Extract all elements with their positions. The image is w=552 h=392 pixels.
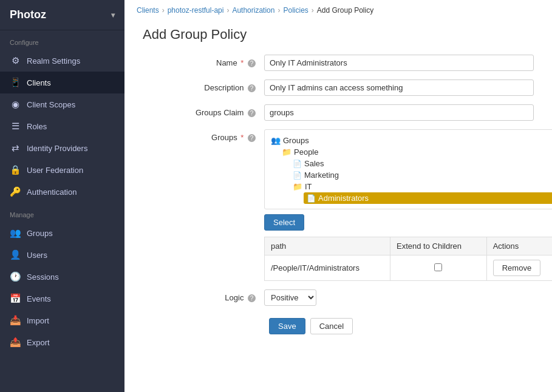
main-content: Clients › photoz-restful-api › Authoriza…: [124, 0, 552, 392]
client-scopes-icon: ◉: [10, 99, 21, 110]
sidebar-item-identity-providers[interactable]: ⇄ Identity Providers: [0, 137, 124, 159]
groups-row: Groups * ? 👥 Groups: [143, 129, 534, 281]
table-head: path Extend to Children Actions: [265, 237, 553, 255]
sidebar-item-clients[interactable]: 📱 Clients: [0, 72, 124, 93]
export-icon: 📤: [10, 337, 21, 348]
breadcrumb: Clients › photoz-restful-api › Authoriza…: [124, 0, 552, 21]
sidebar-item-users[interactable]: 👤 Users: [0, 244, 124, 266]
sidebar-item-events[interactable]: 📅 Events: [0, 288, 124, 309]
sidebar-item-realm-settings[interactable]: ⚙ Realm Settings: [0, 50, 124, 72]
tree-item-people[interactable]: 📁 People: [282, 146, 552, 158]
page-content: Add Group Policy Name * ? Description ? …: [124, 21, 552, 361]
description-input[interactable]: [264, 79, 534, 96]
authentication-icon: 🔑: [10, 186, 21, 197]
groups-claim-input[interactable]: [264, 104, 534, 121]
sidebar-item-roles[interactable]: ☰ Roles: [0, 115, 124, 137]
sidebar-item-user-federation[interactable]: 🔒 User Federation: [0, 159, 124, 181]
configure-section-label: Configure: [0, 30, 124, 50]
sales-label: Sales: [304, 159, 324, 168]
breadcrumb-policies[interactable]: Policies: [283, 6, 308, 15]
select-button-area: Select: [264, 209, 552, 231]
groups-root-label: Groups: [283, 136, 309, 145]
marketing-label: Marketing: [304, 171, 339, 180]
col-actions: Actions: [486, 237, 552, 255]
table-row: /People/IT/Administrators Remove: [265, 255, 553, 281]
tree-item-groups-root[interactable]: 👥 Groups: [271, 135, 552, 146]
description-help-icon[interactable]: ?: [248, 84, 256, 92]
clients-icon: 📱: [10, 77, 21, 88]
extend-checkbox[interactable]: [434, 263, 442, 271]
sidebar-item-label: User Federation: [27, 166, 83, 175]
sidebar-brand[interactable]: Photoz ▾: [0, 0, 124, 30]
name-label: Name * ?: [143, 55, 264, 67]
groups-table: path Extend to Children Actions /People/…: [264, 237, 552, 281]
sidebar-item-groups[interactable]: 👥 Groups: [0, 222, 124, 244]
sales-doc-icon: 📄: [293, 160, 302, 168]
logic-select[interactable]: Positive Negative: [264, 289, 316, 306]
tree-node-people: 📁 People 📄 Sales: [271, 146, 552, 204]
description-row: Description ?: [143, 79, 534, 96]
administrators-label: Administrators: [318, 194, 369, 203]
groups-claim-help-icon[interactable]: ?: [248, 109, 256, 117]
sidebar-item-label: Realm Settings: [27, 56, 80, 66]
tree-node-marketing: 📄 Marketing: [282, 169, 552, 181]
breadcrumb-photoz[interactable]: photoz-restful-api: [168, 6, 224, 15]
sidebar-item-label: Clients: [27, 78, 51, 87]
sidebar-item-client-scopes[interactable]: ◉ Client Scopes: [0, 93, 124, 115]
action-buttons-row: Save Cancel: [143, 318, 534, 334]
logic-row: Logic ? Positive Negative: [143, 289, 534, 306]
sidebar-item-authentication[interactable]: 🔑 Authentication: [0, 181, 124, 203]
sidebar-item-label: Events: [27, 294, 51, 303]
col-extend: Extend to Children: [390, 237, 487, 255]
sidebar: Photoz ▾ Configure ⚙ Realm Settings 📱 Cl…: [0, 0, 124, 392]
roles-icon: ☰: [10, 121, 21, 132]
sidebar-item-label: Identity Providers: [27, 144, 87, 153]
cancel-button[interactable]: Cancel: [310, 318, 353, 334]
sidebar-item-label: Sessions: [27, 272, 59, 282]
page-title: Add Group Policy: [143, 27, 534, 42]
name-required: *: [240, 58, 244, 67]
groups-claim-label: Groups Claim ?: [143, 104, 264, 117]
sidebar-item-export[interactable]: 📤 Export: [0, 331, 124, 353]
people-folder-icon: 📁: [282, 147, 291, 157]
groups-icon: 👥: [10, 228, 21, 238]
select-button[interactable]: Select: [264, 214, 304, 231]
breadcrumb-authorization[interactable]: Authorization: [232, 6, 274, 15]
save-button[interactable]: Save: [269, 318, 305, 334]
table-body: /People/IT/Administrators Remove: [265, 255, 553, 281]
breadcrumb-clients[interactable]: Clients: [137, 6, 159, 15]
tree-item-marketing[interactable]: 📄 Marketing: [293, 169, 552, 181]
groups-help-icon[interactable]: ?: [248, 134, 256, 142]
cell-extend[interactable]: [390, 255, 487, 281]
remove-button[interactable]: Remove: [493, 260, 540, 276]
groups-required: *: [240, 133, 244, 142]
sidebar-item-import[interactable]: 📥 Import: [0, 309, 124, 331]
sep3: ›: [278, 6, 280, 15]
sidebar-item-label: Import: [27, 316, 49, 325]
tree-item-sales[interactable]: 📄 Sales: [293, 158, 552, 169]
logic-label: Logic ?: [143, 289, 264, 302]
tree-item-it[interactable]: 📁 IT: [293, 181, 552, 192]
sep4: ›: [312, 6, 314, 15]
description-label: Description ?: [143, 79, 264, 92]
name-help-icon[interactable]: ?: [248, 59, 256, 67]
brand-chevron: ▾: [111, 11, 115, 19]
users-icon: 👤: [10, 249, 21, 260]
logic-help-icon[interactable]: ?: [248, 294, 256, 302]
sidebar-item-label: Client Scopes: [27, 100, 75, 109]
tree-node-administrators: 📄 Administrators: [293, 192, 552, 204]
sidebar-item-label: Authentication: [27, 188, 77, 197]
import-icon: 📥: [10, 315, 21, 326]
name-input[interactable]: [264, 55, 534, 71]
groups-root-icon: 👥: [271, 136, 281, 145]
it-folder-icon: 📁: [293, 182, 302, 191]
sidebar-item-label: Groups: [27, 229, 53, 238]
tree-item-administrators[interactable]: 📄 Administrators: [304, 192, 552, 204]
breadcrumb-current: Add Group Policy: [317, 6, 373, 15]
identity-providers-icon: ⇄: [10, 143, 21, 154]
tree-root: 👥 Groups 📁 People: [271, 135, 552, 204]
tree-node-sales: 📄 Sales: [282, 158, 552, 169]
name-row: Name * ?: [143, 55, 534, 71]
sidebar-item-sessions[interactable]: 🕐 Sessions: [0, 266, 124, 288]
realm-settings-icon: ⚙: [10, 55, 21, 66]
